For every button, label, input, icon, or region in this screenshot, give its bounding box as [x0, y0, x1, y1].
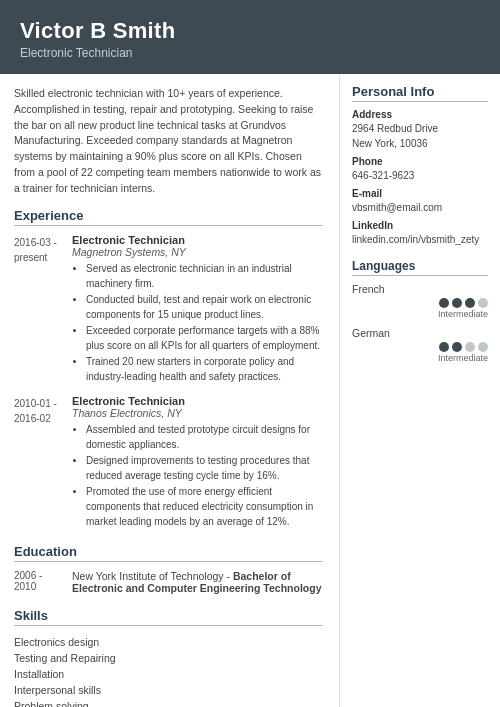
education-section: Education 2006 - 2010 New York Institute…	[14, 544, 323, 594]
bullet: Assembled and tested prototype circuit d…	[86, 422, 323, 452]
lang-name-1: German	[352, 327, 488, 339]
lang-level-0: Intermediate	[352, 309, 488, 319]
lang-entry-1: German Intermediate	[352, 327, 488, 363]
languages-heading: Languages	[352, 259, 488, 276]
address-line1: 2964 Redbud Drive	[352, 121, 488, 136]
edu-dates-0: 2006 - 2010	[14, 570, 72, 594]
bullet: Exceeded corporate performance targets w…	[86, 323, 323, 353]
edu-content-0: New York Institute of Technology - Bache…	[72, 570, 323, 594]
exp-company-1: Thanos Electronics, NY	[72, 407, 323, 419]
skill-item: Electronics design	[14, 634, 323, 650]
lang-name-0: French	[352, 283, 488, 295]
phone-value: 646-321-9623	[352, 168, 488, 183]
dot-filled	[439, 298, 449, 308]
bullet: Promoted the use of more energy efficien…	[86, 484, 323, 529]
dot-filled	[452, 342, 462, 352]
exp-bullets-1: Assembled and tested prototype circuit d…	[72, 422, 323, 529]
edu-entry-0: 2006 - 2010 New York Institute of Techno…	[14, 570, 323, 594]
lang-entry-0: French Intermediate	[352, 283, 488, 319]
lang-level-1: Intermediate	[352, 353, 488, 363]
candidate-name: Victor B Smith	[20, 18, 480, 44]
linkedin-value: linkedin.com/in/vbsmith_zety	[352, 232, 488, 247]
skills-heading: Skills	[14, 608, 323, 626]
main-layout: Skilled electronic technician with 10+ y…	[0, 74, 500, 707]
exp-content-1: Electronic Technician Thanos Electronics…	[72, 395, 323, 530]
exp-job-title-0: Electronic Technician	[72, 234, 323, 246]
exp-dates-0: 2016-03 - present	[14, 234, 72, 385]
skill-item: Problem solving	[14, 698, 323, 707]
personal-info-section: Personal Info Address 2964 Redbud Drive …	[352, 84, 488, 247]
bullet: Conducted build, test and repair work on…	[86, 292, 323, 322]
bullet: Designed improvements to testing procedu…	[86, 453, 323, 483]
lang-dots-1	[352, 342, 488, 352]
candidate-title: Electronic Technician	[20, 46, 480, 60]
summary-text: Skilled electronic technician with 10+ y…	[14, 86, 323, 196]
dot-empty	[465, 342, 475, 352]
address-label: Address	[352, 109, 488, 120]
bullet: Trained 20 new starters in corporate pol…	[86, 354, 323, 384]
skills-section: Skills Electronics design Testing and Re…	[14, 608, 323, 707]
exp-dates-1: 2010-01 - 2016-02	[14, 395, 72, 530]
resume-header: Victor B Smith Electronic Technician	[0, 0, 500, 74]
personal-info-heading: Personal Info	[352, 84, 488, 102]
exp-entry-1: 2010-01 - 2016-02 Electronic Technician …	[14, 395, 323, 530]
skills-list: Electronics design Testing and Repairing…	[14, 634, 323, 707]
dot-filled	[439, 342, 449, 352]
lang-dots-0	[352, 298, 488, 308]
email-label: E-mail	[352, 188, 488, 199]
dot-empty	[478, 342, 488, 352]
bullet: Served as electronic technician in an in…	[86, 261, 323, 291]
address-line2: New York, 10036	[352, 136, 488, 151]
right-column: Personal Info Address 2964 Redbud Drive …	[340, 74, 500, 707]
dot-filled	[465, 298, 475, 308]
skill-item: Installation	[14, 666, 323, 682]
languages-section: Languages French Intermediate German	[352, 259, 488, 363]
experience-section: Experience 2016-03 - present Electronic …	[14, 208, 323, 530]
skill-item: Interpersonal skills	[14, 682, 323, 698]
exp-job-title-1: Electronic Technician	[72, 395, 323, 407]
exp-entry-0: 2016-03 - present Electronic Technician …	[14, 234, 323, 385]
linkedin-label: LinkedIn	[352, 220, 488, 231]
dot-empty	[478, 298, 488, 308]
left-column: Skilled electronic technician with 10+ y…	[0, 74, 340, 707]
experience-heading: Experience	[14, 208, 323, 226]
email-value: vbsmith@email.com	[352, 200, 488, 215]
exp-content-0: Electronic Technician Magnetron Systems,…	[72, 234, 323, 385]
education-heading: Education	[14, 544, 323, 562]
exp-company-0: Magnetron Systems, NY	[72, 246, 323, 258]
dot-filled	[452, 298, 462, 308]
skill-item: Testing and Repairing	[14, 650, 323, 666]
phone-label: Phone	[352, 156, 488, 167]
exp-bullets-0: Served as electronic technician in an in…	[72, 261, 323, 384]
